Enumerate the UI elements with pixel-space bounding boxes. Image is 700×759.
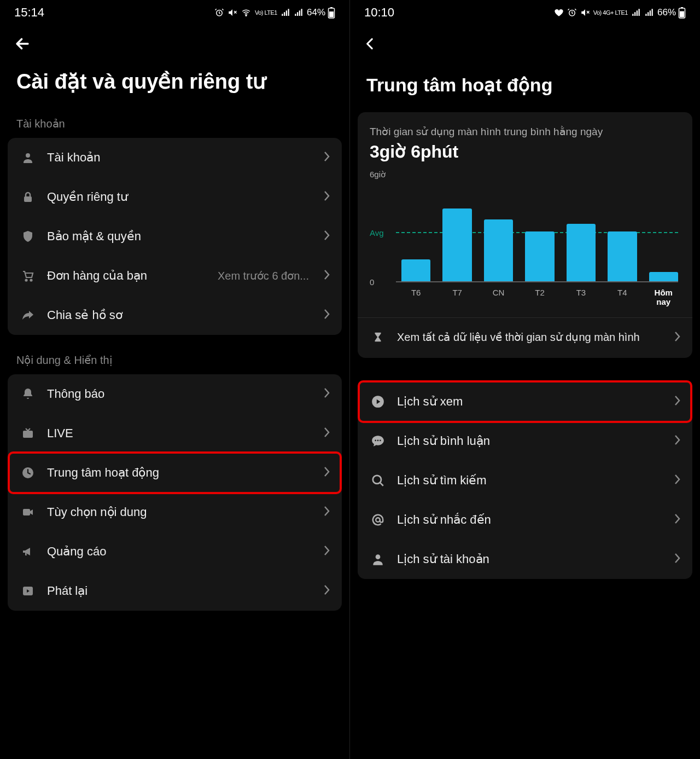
chart-bar (608, 231, 637, 281)
item-content-pref[interactable]: Tùy chọn nội dung (8, 493, 342, 532)
item-watch-history[interactable]: Lịch sử xem (358, 382, 692, 421)
svg-rect-19 (681, 7, 683, 8)
view-all-label: Xem tất cả dữ liệu về thời gian sử dụng … (397, 330, 663, 345)
arrow-left-icon (13, 34, 32, 53)
video-icon (20, 506, 36, 519)
svg-point-10 (31, 279, 32, 281)
chevron-right-icon (674, 474, 680, 487)
list-item-label: Lịch sử tìm kiếm (397, 473, 663, 488)
alarm-icon (214, 8, 224, 18)
item-security[interactable]: Bảo mật & quyền (8, 217, 342, 256)
play-circle-icon (370, 395, 386, 409)
battery-icon (678, 7, 686, 19)
item-playback[interactable]: Phát lại (8, 571, 342, 611)
alarm-icon (567, 8, 577, 18)
share-icon (20, 309, 36, 322)
chevron-right-icon (323, 545, 330, 558)
chart-bar (567, 224, 596, 281)
svg-point-24 (380, 440, 381, 442)
chart-bar (442, 208, 471, 281)
chevron-right-icon (674, 553, 680, 566)
chart-xlabels: T6T7CNT2T3T4Hôm nay (401, 288, 678, 317)
svg-rect-11 (23, 431, 33, 438)
chevron-right-icon (323, 151, 330, 164)
mute-icon (228, 8, 237, 18)
screentime-subtitle: Thời gian sử dụng màn hình trung bình hằ… (370, 125, 680, 138)
svg-point-7 (26, 153, 30, 158)
list-item-label: Đơn hàng của bạn (47, 269, 207, 283)
page-title: Trung tâm hoạt động (350, 58, 700, 112)
chevron-right-icon (674, 331, 680, 344)
svg-point-9 (26, 279, 27, 281)
back-button[interactable] (363, 33, 385, 55)
item-privacy[interactable]: Quyền riêng tư (8, 177, 342, 217)
item-account[interactable]: Tài khoản (8, 138, 342, 177)
item-orders[interactable]: Đơn hàng của bạn Xem trước 6 đơn... (8, 256, 342, 296)
screentime-chart: 6giờ 0 Avg (396, 173, 678, 282)
back-button[interactable] (13, 33, 35, 55)
list-item-label: Lịch sử nhắc đến (397, 513, 663, 527)
chevron-right-icon (323, 190, 330, 204)
list-item-label: Phát lại (47, 584, 312, 598)
chevron-right-icon (323, 427, 330, 440)
orders-hint: Xem trước 6 đơn... (218, 269, 309, 282)
item-live[interactable]: LIVE (8, 414, 342, 453)
chevron-right-icon (323, 230, 330, 243)
chevron-right-icon (674, 513, 680, 526)
history-section: Lịch sử xem Lịch sử bình luận Lịch sử tì… (358, 382, 692, 579)
battery-icon (328, 7, 335, 19)
item-share-profile[interactable]: Chia sẻ hồ sơ (8, 296, 342, 335)
signal-icon (631, 8, 641, 18)
screen-settings: 15:14 Vo) LTE1 64% Cài đặt và quyền riên… (0, 0, 350, 759)
list-item-label: Quyền riêng tư (47, 190, 312, 204)
svg-point-27 (376, 554, 381, 559)
screentime-value: 3giờ 6phút (370, 141, 680, 162)
svg-point-25 (373, 476, 381, 484)
chevron-right-icon (674, 395, 680, 408)
status-icons: Vo) LTE1 64% (214, 7, 335, 19)
wifi-icon (241, 8, 252, 18)
at-icon (370, 513, 386, 527)
chart-avg-label: Avg (370, 228, 384, 237)
chart-bars (396, 188, 678, 281)
item-mention-history[interactable]: Lịch sử nhắc đến (358, 500, 692, 540)
network-label: Vo) LTE1 (255, 9, 277, 16)
shield-icon (20, 230, 36, 243)
item-notifications[interactable]: Thông báo (8, 374, 342, 414)
person-icon (20, 151, 36, 164)
item-ads[interactable]: Quảng cáo (8, 532, 342, 571)
list-item-label: Chia sẻ hồ sơ (47, 308, 312, 322)
chevron-right-icon (323, 387, 330, 401)
item-activity-center[interactable]: Trung tâm hoạt động (8, 453, 342, 493)
chevron-right-icon (323, 584, 330, 598)
network-label: Vo) 4G+ LTE1 (593, 9, 628, 16)
list-item-label: Tùy chọn nội dung (47, 505, 312, 519)
list-item-label: Quảng cáo (47, 544, 312, 559)
page-title: Cài đặt và quyền riêng tư (0, 58, 349, 111)
item-comment-history[interactable]: Lịch sử bình luận (358, 421, 692, 461)
chevron-right-icon (323, 506, 330, 519)
svg-point-22 (375, 440, 376, 442)
status-bar: 10:10 Vo) 4G+ LTE1 66% (350, 0, 700, 23)
chart-xlabel: T4 (608, 288, 637, 306)
signal-icon-2 (644, 8, 654, 18)
hourglass-icon (370, 332, 386, 344)
svg-rect-5 (330, 7, 332, 8)
chart-bar (484, 219, 513, 281)
item-account-history[interactable]: Lịch sử tài khoản (358, 540, 692, 579)
status-icons: Vo) 4G+ LTE1 66% (554, 7, 686, 19)
chart-xlabel: T3 (567, 288, 596, 306)
view-all-screentime[interactable]: Xem tất cả dữ liệu về thời gian sử dụng … (370, 318, 680, 358)
search-icon (370, 473, 386, 488)
chart-xlabel: T7 (442, 288, 471, 306)
status-time: 15:14 (14, 5, 44, 20)
chevron-right-icon (674, 434, 680, 448)
tv-icon (20, 427, 36, 440)
chart-bar (649, 272, 678, 281)
item-search-history[interactable]: Lịch sử tìm kiếm (358, 461, 692, 500)
signal-icon (281, 8, 290, 18)
svg-rect-13 (23, 509, 30, 515)
section-account-label: Tài khoản (0, 111, 349, 138)
list-item-label: Bảo mật & quyền (47, 229, 312, 244)
lock-icon (20, 190, 36, 204)
